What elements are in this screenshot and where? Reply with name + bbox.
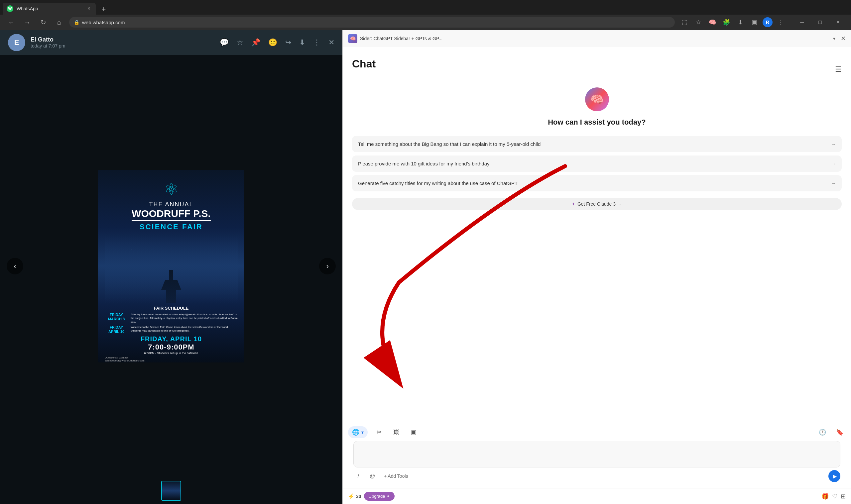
forward-button[interactable]: → — [21, 16, 33, 28]
tab-close-button[interactable]: × — [86, 5, 92, 12]
menu-icon[interactable]: ⋮ — [775, 17, 786, 28]
lightning-count: 30 — [356, 494, 361, 499]
upgrade-icon: ✦ — [386, 494, 390, 499]
chat-logo: 🧠 — [585, 87, 609, 111]
new-tab-button[interactable]: + — [99, 4, 109, 15]
chat-panel: Chat ☰ 🧠 How can I assist you today? Tel… — [343, 47, 851, 422]
emoji-icon[interactable]: 🙂 — [268, 38, 277, 47]
poster-schedule-row-2: FRIDAY APRIL 10 Welcome to the Science F… — [105, 325, 238, 334]
home-button[interactable]: ⌂ — [53, 16, 65, 28]
ai-model-selector[interactable]: 🌐 ▾ — [348, 426, 368, 438]
poster-date-2: FRIDAY APRIL 10 — [105, 325, 128, 334]
tab-favicon: W — [7, 5, 13, 12]
suggestion-text-3: Generate five catchy titles for my writi… — [358, 180, 518, 186]
back-button[interactable]: ← — [5, 16, 17, 28]
poster-time: 7:00-9:00PM — [148, 343, 194, 352]
gift-icon[interactable]: 🎁 — [821, 493, 829, 500]
history-button[interactable]: 🕐 — [816, 426, 828, 438]
bookmark-button[interactable]: 🔖 — [834, 426, 846, 438]
sider-close-button[interactable]: ✕ — [841, 35, 846, 42]
poster-the-annual: THE ANNUAL — [149, 201, 193, 208]
profile-button[interactable]: R — [763, 17, 773, 27]
mention-button[interactable]: @ — [367, 471, 377, 481]
avatar: E — [8, 34, 25, 51]
bottom-actions: 🎁 ♡ ⊞ — [821, 493, 846, 500]
free-claude-text: Get Free Claude 3 — [578, 201, 616, 206]
pin-icon[interactable]: 📌 — [251, 38, 260, 47]
active-tab[interactable]: W WhatsApp × — [3, 3, 96, 15]
tab-title: WhatsApp — [17, 6, 83, 11]
poster-schedule-title: FAIR SCHEDULE — [105, 306, 238, 311]
upgrade-button[interactable]: Upgrade ✦ — [364, 492, 395, 501]
caption-icon[interactable]: 💬 — [220, 38, 229, 47]
chat-input[interactable] — [359, 445, 835, 463]
atom-icon: ⚛ — [164, 180, 178, 198]
ai-model-dropdown[interactable]: ▾ — [361, 430, 364, 435]
more-icon[interactable]: ⋮ — [313, 38, 320, 47]
poster-contact-email: sciencedept@woodruffpublic.com — [105, 359, 145, 362]
poster-schedule-row-1: FRIDAY MARCH 8 All entry forms must be e… — [105, 313, 238, 324]
add-tools-button[interactable]: + Add Tools — [381, 472, 411, 480]
thumbnail-item[interactable] — [161, 481, 181, 501]
next-image-button[interactable]: › — [319, 258, 336, 274]
thumbnail-strip — [0, 478, 342, 504]
poster-woodruff-title: WOODRUFF P.S. — [131, 208, 211, 221]
close-button[interactable]: × — [830, 17, 846, 27]
whatsapp-area: E El Gatto today at 7:07 pm 💬 ☆ 📌 🙂 ↪ ⬇ … — [0, 30, 342, 504]
nav-bar: ← → ↻ ⌂ 🔒 web.whatsapp.com ⬚ ☆ 🧠 🧩 ⬇ ▣ R… — [0, 15, 851, 30]
prev-image-button[interactable]: ‹ — [7, 258, 23, 274]
sidebar-icon[interactable]: ▣ — [749, 17, 760, 28]
toolbar-icons: 🌐 ▾ ✂ 🖼 ▣ 🕐 🔖 — [348, 426, 846, 438]
send-icon: ▶ — [833, 473, 837, 480]
poster-contact-label: Questions? Contact — [105, 356, 128, 359]
poster-content: ⚛ THE ANNUAL WOODRUFF P.S. SCIENCE FAIR — [105, 180, 238, 356]
poster-science-fair: SCIENCE FAIR — [140, 222, 203, 231]
suggestion-arrow-1: → — [831, 141, 836, 147]
suggestion-arrow-3: → — [831, 180, 836, 187]
suggestion-card-3[interactable]: Generate five catchy titles for my writi… — [352, 175, 842, 191]
poster-contact: Questions? Contact sciencedept@woodruffp… — [105, 356, 238, 362]
puzzle-icon[interactable]: 🧩 — [721, 17, 732, 28]
sparkle-icon: ✦ — [571, 201, 575, 206]
sidebar-icon-btn[interactable]: ▣ — [408, 426, 420, 438]
sider-dropdown-icon[interactable]: ▾ — [833, 36, 835, 41]
poster-mid-section — [105, 237, 238, 303]
heart-icon[interactable]: ♡ — [832, 493, 837, 500]
chat-toolbar: 🌐 ▾ ✂ 🖼 ▣ 🕐 🔖 / @ — [343, 422, 851, 488]
lightning-badge: ⚡ 30 — [348, 493, 361, 499]
suggestion-card-2[interactable]: Please provide me with 10 gift ideas for… — [352, 156, 842, 172]
download-icon[interactable]: ⬇ — [735, 17, 746, 28]
send-button[interactable]: ▶ — [828, 470, 840, 482]
star-icon[interactable]: ☆ — [237, 38, 243, 47]
thumbnail-image — [162, 481, 180, 500]
lightning-icon: ⚡ — [348, 493, 355, 499]
poster-friday-big: FRIDAY, APRIL 10 — [141, 335, 202, 343]
close-icon[interactable]: ✕ — [329, 38, 334, 47]
image-icon-btn[interactable]: 🖼 — [390, 426, 402, 438]
extensions-icon[interactable]: ⬚ — [679, 17, 690, 28]
free-claude-button[interactable]: ✦ Get Free Claude 3 → — [352, 198, 842, 210]
scissors-icon-btn[interactable]: ✂ — [373, 426, 385, 438]
poster-setup: 6:30PM - Students set up in the cafeteri… — [144, 352, 198, 355]
chat-menu-icon[interactable]: ☰ — [835, 65, 842, 74]
chat-input-area[interactable] — [353, 441, 840, 467]
memory-icon[interactable]: 🧠 — [707, 17, 718, 28]
chat-greeting: How can I assist you today? — [352, 118, 842, 127]
suggestion-card-1[interactable]: Tell me something about the Big Bang so … — [352, 136, 842, 152]
address-bar[interactable]: 🔒 web.whatsapp.com — [69, 17, 675, 28]
poster-desc-2: Welcome to the Science Fair! Come learn … — [131, 325, 238, 334]
sider-header: 🧠 Sider: ChatGPT Sidebar + GPTs & GP... … — [343, 30, 851, 47]
grid-icon[interactable]: ⊞ — [841, 493, 846, 500]
poster-date-1: FRIDAY MARCH 8 — [105, 313, 128, 324]
browser-actions: ⬚ ☆ 🧠 🧩 ⬇ ▣ R ⋮ ─ □ × — [679, 17, 846, 28]
forward-icon[interactable]: ↪ — [285, 38, 291, 47]
refresh-button[interactable]: ↻ — [37, 16, 49, 28]
slash-command-button[interactable]: / — [353, 471, 364, 481]
bookmark-icon[interactable]: ☆ — [693, 17, 704, 28]
suggestion-text-1: Tell me something about the Big Bang so … — [358, 141, 540, 147]
maximize-button[interactable]: □ — [812, 17, 828, 27]
chat-input-footer: / @ + Add Tools ▶ — [348, 470, 846, 485]
download-icon[interactable]: ⬇ — [299, 38, 305, 47]
chat-title: Chat — [352, 58, 376, 70]
minimize-button[interactable]: ─ — [795, 17, 810, 27]
